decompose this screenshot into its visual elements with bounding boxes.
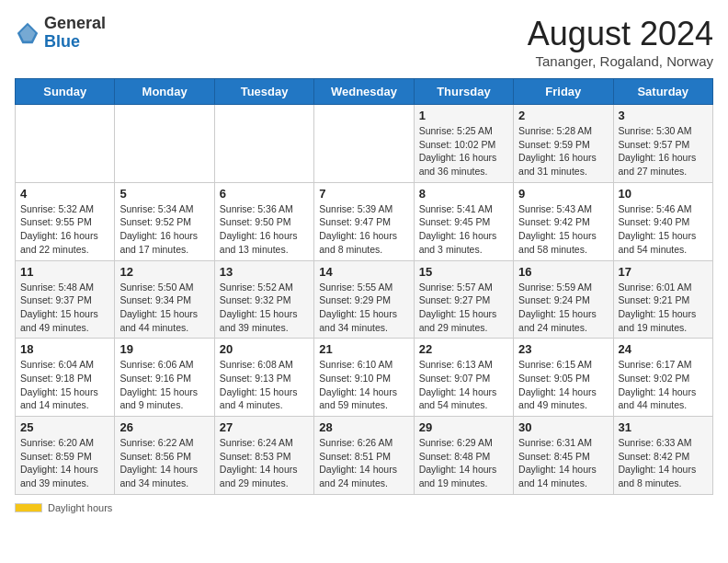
day-number: 18 xyxy=(20,342,109,356)
day-number: 7 xyxy=(319,187,408,201)
calendar-cell-4-4: 21Sunrise: 6:10 AM Sunset: 9:10 PM Dayli… xyxy=(314,339,414,417)
day-number: 30 xyxy=(518,420,608,434)
day-number: 14 xyxy=(319,265,408,279)
day-number: 19 xyxy=(119,342,209,356)
day-number: 31 xyxy=(619,420,708,434)
calendar-cell-4-6: 23Sunrise: 6:15 AM Sunset: 9:05 PM Dayli… xyxy=(514,339,613,417)
cell-info: Sunrise: 5:48 AM Sunset: 9:37 PM Dayligh… xyxy=(20,281,109,335)
day-number: 27 xyxy=(220,420,309,434)
calendar-cell-4-5: 22Sunrise: 6:13 AM Sunset: 9:07 PM Dayli… xyxy=(414,339,513,417)
cell-info: Sunrise: 6:33 AM Sunset: 8:42 PM Dayligh… xyxy=(619,436,708,490)
weekday-wednesday: Wednesday xyxy=(314,79,414,105)
cell-info: Sunrise: 5:39 AM Sunset: 9:47 PM Dayligh… xyxy=(319,202,408,257)
cell-info: Sunrise: 6:22 AM Sunset: 8:56 PM Dayligh… xyxy=(119,436,209,490)
calendar-cell-2-6: 9Sunrise: 5:43 AM Sunset: 9:42 PM Daylig… xyxy=(514,182,613,260)
calendar-cell-4-7: 24Sunrise: 6:17 AM Sunset: 9:02 PM Dayli… xyxy=(613,339,712,417)
calendar-cell-3-4: 14Sunrise: 5:55 AM Sunset: 9:29 PM Dayli… xyxy=(314,260,414,339)
weekday-saturday: Saturday xyxy=(613,79,712,105)
cell-info: Sunrise: 5:32 AM Sunset: 9:55 PM Dayligh… xyxy=(20,202,109,257)
cell-info: Sunrise: 6:13 AM Sunset: 9:07 PM Dayligh… xyxy=(419,358,508,412)
day-number: 28 xyxy=(319,420,408,434)
weekday-friday: Friday xyxy=(514,79,613,105)
day-number: 29 xyxy=(419,420,508,434)
weekday-sunday: Sunday xyxy=(16,79,115,105)
day-number: 26 xyxy=(119,420,209,434)
weekday-header-row: SundayMondayTuesdayWednesdayThursdayFrid… xyxy=(16,79,713,105)
calendar-cell-3-6: 16Sunrise: 5:59 AM Sunset: 9:24 PM Dayli… xyxy=(514,260,613,339)
cell-info: Sunrise: 5:28 AM Sunset: 9:59 PM Dayligh… xyxy=(518,124,608,178)
calendar-cell-3-3: 13Sunrise: 5:52 AM Sunset: 9:32 PM Dayli… xyxy=(214,260,313,339)
day-number: 4 xyxy=(20,187,109,201)
cell-info: Sunrise: 6:29 AM Sunset: 8:48 PM Dayligh… xyxy=(419,436,508,490)
calendar-cell-4-1: 18Sunrise: 6:04 AM Sunset: 9:18 PM Dayli… xyxy=(16,339,115,417)
cell-info: Sunrise: 6:15 AM Sunset: 9:05 PM Dayligh… xyxy=(518,358,608,412)
cell-info: Sunrise: 5:34 AM Sunset: 9:52 PM Dayligh… xyxy=(119,202,209,257)
cell-info: Sunrise: 6:06 AM Sunset: 9:16 PM Dayligh… xyxy=(119,358,209,412)
day-number: 8 xyxy=(419,187,508,201)
logo-icon xyxy=(15,20,40,46)
day-number: 17 xyxy=(619,265,708,279)
day-number: 3 xyxy=(619,109,708,122)
cell-info: Sunrise: 5:25 AM Sunset: 10:02 PM Daylig… xyxy=(419,124,508,178)
calendar-cell-5-4: 28Sunrise: 6:26 AM Sunset: 8:51 PM Dayli… xyxy=(314,417,414,495)
calendar-table: SundayMondayTuesdayWednesdayThursdayFrid… xyxy=(15,78,713,495)
cell-info: Sunrise: 6:10 AM Sunset: 9:10 PM Dayligh… xyxy=(319,358,408,412)
day-number: 21 xyxy=(319,342,408,356)
calendar-cell-1-6: 2Sunrise: 5:28 AM Sunset: 9:59 PM Daylig… xyxy=(514,105,613,183)
day-number: 9 xyxy=(518,187,608,201)
calendar-cell-3-2: 12Sunrise: 5:50 AM Sunset: 9:34 PM Dayli… xyxy=(115,260,214,339)
calendar-week-1: 1Sunrise: 5:25 AM Sunset: 10:02 PM Dayli… xyxy=(16,105,713,183)
cell-info: Sunrise: 6:31 AM Sunset: 8:45 PM Dayligh… xyxy=(518,436,608,490)
weekday-thursday: Thursday xyxy=(414,79,513,105)
day-number: 11 xyxy=(20,265,109,279)
cell-info: Sunrise: 6:26 AM Sunset: 8:51 PM Dayligh… xyxy=(319,436,408,490)
cell-info: Sunrise: 5:36 AM Sunset: 9:50 PM Dayligh… xyxy=(220,202,309,257)
cell-info: Sunrise: 6:24 AM Sunset: 8:53 PM Dayligh… xyxy=(220,436,309,490)
day-number: 20 xyxy=(220,342,309,356)
calendar-cell-1-2 xyxy=(115,105,214,183)
cell-info: Sunrise: 5:30 AM Sunset: 9:57 PM Dayligh… xyxy=(619,124,708,178)
calendar-cell-5-6: 30Sunrise: 6:31 AM Sunset: 8:45 PM Dayli… xyxy=(514,417,613,495)
calendar-cell-1-4 xyxy=(314,105,414,183)
day-number: 16 xyxy=(518,265,608,279)
calendar-cell-3-7: 17Sunrise: 6:01 AM Sunset: 9:21 PM Dayli… xyxy=(613,260,712,339)
cell-info: Sunrise: 5:59 AM Sunset: 9:24 PM Dayligh… xyxy=(518,281,608,335)
day-number: 1 xyxy=(419,109,508,122)
calendar-cell-4-2: 19Sunrise: 6:06 AM Sunset: 9:16 PM Dayli… xyxy=(115,339,214,417)
calendar-cell-2-7: 10Sunrise: 5:46 AM Sunset: 9:40 PM Dayli… xyxy=(613,182,712,260)
calendar-cell-2-4: 7Sunrise: 5:39 AM Sunset: 9:47 PM Daylig… xyxy=(314,182,414,260)
day-number: 13 xyxy=(220,265,309,279)
calendar-cell-5-1: 25Sunrise: 6:20 AM Sunset: 8:59 PM Dayli… xyxy=(16,417,115,495)
day-number: 23 xyxy=(518,342,608,356)
day-number: 6 xyxy=(220,187,309,201)
cell-info: Sunrise: 6:17 AM Sunset: 9:02 PM Dayligh… xyxy=(619,358,708,412)
calendar-week-3: 11Sunrise: 5:48 AM Sunset: 9:37 PM Dayli… xyxy=(16,260,713,339)
logo-general: General xyxy=(44,14,106,32)
calendar-cell-5-3: 27Sunrise: 6:24 AM Sunset: 8:53 PM Dayli… xyxy=(214,417,313,495)
day-number: 25 xyxy=(20,420,109,434)
day-number: 2 xyxy=(518,109,608,122)
calendar-cell-2-2: 5Sunrise: 5:34 AM Sunset: 9:52 PM Daylig… xyxy=(115,182,214,260)
cell-info: Sunrise: 5:50 AM Sunset: 9:34 PM Dayligh… xyxy=(119,281,209,335)
cell-info: Sunrise: 5:46 AM Sunset: 9:40 PM Dayligh… xyxy=(619,202,708,257)
day-number: 22 xyxy=(419,342,508,356)
footer: Daylight hours xyxy=(15,502,713,513)
calendar-week-4: 18Sunrise: 6:04 AM Sunset: 9:18 PM Dayli… xyxy=(16,339,713,417)
weekday-tuesday: Tuesday xyxy=(214,79,313,105)
cell-info: Sunrise: 6:20 AM Sunset: 8:59 PM Dayligh… xyxy=(20,436,109,490)
calendar-cell-2-3: 6Sunrise: 5:36 AM Sunset: 9:50 PM Daylig… xyxy=(214,182,313,260)
calendar-week-2: 4Sunrise: 5:32 AM Sunset: 9:55 PM Daylig… xyxy=(16,182,713,260)
page-header: General Blue August 2024 Tananger, Rogal… xyxy=(15,15,713,69)
cell-info: Sunrise: 5:57 AM Sunset: 9:27 PM Dayligh… xyxy=(419,281,508,335)
day-number: 12 xyxy=(119,265,209,279)
daylight-label: Daylight hours xyxy=(48,502,112,513)
day-number: 5 xyxy=(119,187,209,201)
day-number: 15 xyxy=(419,265,508,279)
logo: General Blue xyxy=(15,15,106,52)
location-subtitle: Tananger, Rogaland, Norway xyxy=(528,53,713,69)
calendar-week-5: 25Sunrise: 6:20 AM Sunset: 8:59 PM Dayli… xyxy=(16,417,713,495)
day-number: 24 xyxy=(619,342,708,356)
title-area: August 2024 Tananger, Rogaland, Norway xyxy=(528,15,713,69)
calendar-cell-2-1: 4Sunrise: 5:32 AM Sunset: 9:55 PM Daylig… xyxy=(16,182,115,260)
calendar-cell-5-5: 29Sunrise: 6:29 AM Sunset: 8:48 PM Dayli… xyxy=(414,417,513,495)
